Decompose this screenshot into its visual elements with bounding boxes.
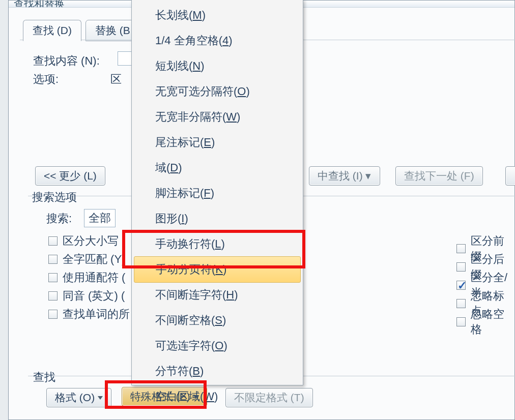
chevron-down-icon xyxy=(98,396,103,400)
menu-item-d[interactable]: 域(D) xyxy=(132,155,303,181)
menu-item-4[interactable]: 1/4 全角空格(4) xyxy=(132,28,303,53)
menu-item-b[interactable]: 分节符(B) xyxy=(132,358,303,384)
cb-label: 忽略空格 xyxy=(471,307,514,337)
menu-item-h[interactable]: 不间断连字符(H) xyxy=(132,282,303,308)
search-options-title: 搜索选项 xyxy=(32,190,77,205)
cb-label: 全字匹配 (Y) xyxy=(63,252,125,267)
menu-item-i[interactable]: 图形(I) xyxy=(132,206,303,231)
cb-label: 区分大小写 ( xyxy=(63,233,125,249)
cb-ignore-space[interactable]: 忽略空格 xyxy=(456,307,514,337)
format-label: 格式 (O) xyxy=(55,391,95,405)
cb-label: 查找单词的所 xyxy=(63,307,130,322)
cb-sounds-like[interactable]: 同音 (英文) ( xyxy=(48,288,125,304)
cb-label: 同音 (英文) ( xyxy=(63,288,125,304)
cb-whole-word[interactable]: 全字匹配 (Y) xyxy=(48,252,125,267)
menu-item-n[interactable]: 短划线(N) xyxy=(132,53,303,79)
format-button[interactable]: 格式 (O) xyxy=(46,388,111,407)
options-label: 选项: xyxy=(33,72,59,87)
menu-item-f[interactable]: 脚注标记(F) xyxy=(132,181,303,206)
cancel-button[interactable] xyxy=(505,166,515,186)
menu-item-k[interactable]: 手动分页符(K) xyxy=(134,256,301,283)
find-next-button[interactable]: 查找下一处 (F) xyxy=(395,166,483,186)
menu-item-o[interactable]: 可选连字符(O) xyxy=(132,333,303,358)
menu-item-m[interactable]: 长划线(M) xyxy=(132,3,303,28)
cb-word-forms[interactable]: 查找单词的所 xyxy=(48,307,130,322)
cb-label: 使用通配符 ( xyxy=(63,270,125,285)
search-direction-label: 搜索: xyxy=(46,211,72,226)
menu-item-s[interactable]: 不间断空格(S) xyxy=(132,308,303,333)
tab-strip: 查找 (D) 替换 (B xyxy=(23,20,144,41)
menu-item-w[interactable]: 空白区域(W) xyxy=(132,384,303,409)
cb-wildcards[interactable]: 使用通配符 ( xyxy=(48,270,125,285)
menu-item-w[interactable]: 无宽非分隔符(W) xyxy=(132,104,303,130)
cb-match-case[interactable]: 区分大小写 ( xyxy=(48,233,125,249)
find-footer-title: 查找 xyxy=(33,370,55,385)
menu-item-e[interactable]: 尾注标记(E) xyxy=(132,130,303,155)
menu-item-l[interactable]: 手动换行符(L) xyxy=(132,231,303,257)
tab-find[interactable]: 查找 (D) xyxy=(23,20,81,41)
less-button[interactable]: << 更少 (L) xyxy=(35,166,105,186)
menu-item-o[interactable]: 无宽可选分隔符(O) xyxy=(132,79,303,104)
special-format-menu: 长划线(M)1/4 全角空格(4)短划线(N)无宽可选分隔符(O)无宽非分隔符(… xyxy=(131,0,303,385)
options-value: 区 xyxy=(110,72,122,87)
find-content-label: 查找内容 (N): xyxy=(33,53,100,69)
find-in-button[interactable]: 中查找 (I) ▾ xyxy=(309,166,380,186)
search-direction-select[interactable]: 全部 xyxy=(84,209,116,227)
